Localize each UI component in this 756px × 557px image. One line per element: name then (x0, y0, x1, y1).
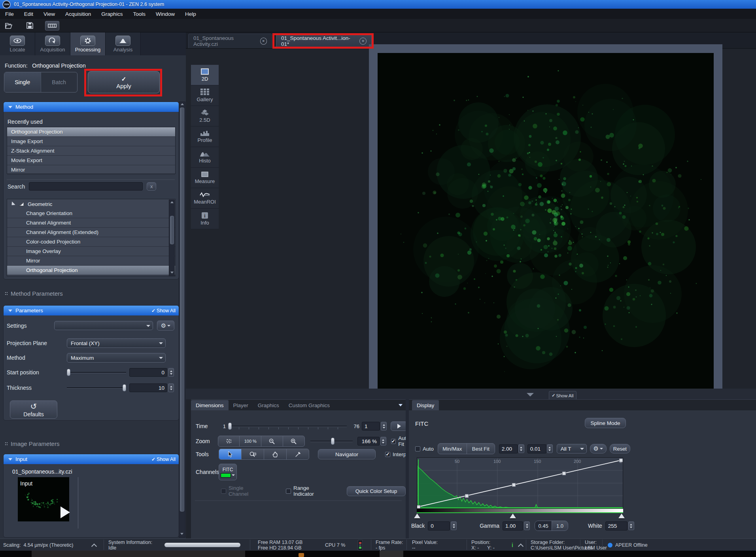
menu-graphics[interactable]: Graphics (96, 9, 128, 19)
search-input[interactable] (29, 182, 143, 191)
list-item[interactable]: Orthogonal Projection (7, 127, 175, 137)
document-tab-1[interactable]: 01_Spontaneous Activity.czi (188, 34, 272, 48)
black-input[interactable] (428, 521, 450, 531)
reset-button[interactable]: Reset (610, 444, 630, 453)
tab-locate[interactable]: Locate (0, 32, 35, 55)
settings-gear-button[interactable] (157, 321, 174, 330)
tree-item[interactable]: Channel Alignment (7, 218, 175, 228)
list-item[interactable]: Z-Stack Alignment (7, 146, 175, 156)
close-icon[interactable] (359, 38, 367, 45)
gamma-045-button[interactable]: 0.45 (535, 521, 552, 531)
gamma-spinner[interactable] (524, 521, 530, 530)
gamma-input[interactable] (503, 521, 523, 531)
start-position-input[interactable] (129, 368, 167, 377)
black-spinner[interactable] (451, 521, 457, 530)
tree-item[interactable]: Channel Alignment (Extended) (7, 228, 175, 237)
tree-scrollbar[interactable] (169, 200, 175, 276)
apeer-status[interactable]: APEER Offline (608, 539, 648, 551)
thickness-slider[interactable] (67, 384, 126, 392)
zoom-spinner[interactable] (380, 437, 386, 446)
close-icon[interactable] (260, 38, 267, 45)
panel-splitter[interactable] (406, 399, 409, 538)
min-max-button[interactable]: Min/Max (438, 444, 467, 454)
info-indicator[interactable]: i (512, 539, 513, 551)
view-measure-button[interactable]: Measure (191, 168, 219, 188)
zoom-fit-button[interactable] (218, 436, 240, 446)
projection-method-dropdown[interactable]: Maximum (67, 353, 166, 363)
fluorescence-image[interactable] (378, 53, 714, 389)
gamma-10-button[interactable]: 1.0 (552, 521, 568, 531)
thickness-spinner[interactable] (168, 383, 174, 392)
open-file-icon[interactable] (4, 21, 14, 30)
parameters-show-all[interactable]: Show All (151, 308, 176, 313)
gamma-marker[interactable] (510, 514, 516, 518)
menu-window[interactable]: Window (151, 9, 180, 19)
list-item[interactable]: Mirror (7, 165, 175, 175)
channel-fitc-chip[interactable]: FITC (219, 464, 237, 480)
menu-view[interactable]: View (38, 9, 60, 19)
black-marker[interactable] (414, 514, 420, 518)
auto-checkbox[interactable] (415, 446, 420, 451)
play-overlay-icon[interactable] (60, 506, 70, 518)
list-item[interactable]: Movie Export (7, 156, 175, 165)
display-gear-button[interactable] (590, 444, 607, 453)
apply-button[interactable]: Apply (88, 71, 160, 93)
clear-search-button[interactable]: x (147, 182, 156, 191)
thickness-input[interactable] (129, 383, 167, 392)
tree-group-geometric[interactable]: Geometric (7, 199, 175, 209)
spline-mode-button[interactable]: Spline Mode (585, 418, 626, 428)
panel-menu-icon[interactable] (399, 404, 403, 406)
tree-item[interactable]: Image Overlay (7, 247, 175, 256)
menu-acquisition[interactable]: Acquisition (60, 9, 96, 19)
cursor-tool-button[interactable] (219, 449, 242, 459)
display-show-all-button[interactable]: Show All (549, 391, 576, 400)
single-button[interactable]: Single (4, 72, 41, 92)
collapse-panel-icon[interactable] (527, 393, 534, 397)
projection-plane-dropdown[interactable]: Frontal (XY) (67, 338, 166, 348)
view-meanroi-button[interactable]: MeanROI (191, 188, 219, 209)
method-header[interactable]: Method (4, 102, 179, 112)
zoom-slider[interactable] (310, 437, 353, 445)
bestfit-high-spinner[interactable] (547, 444, 553, 453)
start-position-slider[interactable] (67, 368, 126, 376)
save-icon[interactable] (25, 21, 35, 30)
expander-icon[interactable] (10, 201, 15, 206)
view-25d-button[interactable]: 2.5D (191, 106, 219, 127)
time-play-button[interactable] (391, 421, 407, 431)
navigator-button[interactable]: Navigator (318, 449, 376, 459)
interpolation-checkbox[interactable] (385, 452, 390, 457)
curve-line[interactable] (418, 460, 621, 507)
document-tab-2[interactable]: 01_Spontaneous Activit...ion-01* (276, 34, 372, 48)
auto-fit-checkbox[interactable] (391, 439, 396, 444)
tree-item[interactable]: Color-coded Projection (7, 237, 175, 247)
defaults-button[interactable]: Defaults (10, 400, 57, 419)
input-header[interactable]: Input Show All (4, 454, 179, 464)
settings-dropdown[interactable] (54, 321, 153, 330)
pan-tool-button[interactable] (264, 449, 287, 459)
zoom-region-tool-button[interactable] (242, 449, 264, 459)
range-indicator-checkbox[interactable] (286, 489, 291, 494)
zoom-out-button[interactable] (261, 436, 283, 446)
batch-button[interactable]: Batch (41, 72, 77, 92)
tab-acquisition[interactable]: Acquisition (35, 32, 70, 55)
input-show-all[interactable]: Show All (151, 457, 176, 462)
tab-player[interactable]: Player (229, 400, 253, 410)
best-fit-button[interactable]: Best Fit (467, 444, 495, 454)
tab-dimensions[interactable]: Dimensions (191, 400, 229, 410)
tree-item-selected[interactable]: Orthogonal Projection (7, 266, 175, 275)
zoom-input[interactable] (357, 437, 380, 446)
film-strip-icon[interactable] (45, 21, 59, 30)
bestfit-low-input[interactable] (499, 444, 518, 453)
tab-processing[interactable]: Processing (70, 32, 106, 55)
white-spinner[interactable] (628, 521, 634, 530)
tree-item[interactable]: Change Orientation (7, 209, 175, 218)
white-marker[interactable] (618, 514, 625, 518)
tree-item[interactable]: Mirror (7, 256, 175, 266)
panel-scrollbar[interactable] (179, 102, 185, 538)
bestfit-high-input[interactable] (527, 444, 546, 453)
tab-custom-graphics[interactable]: Custom Graphics (284, 400, 335, 410)
menu-file[interactable]: File (0, 9, 19, 19)
tab-graphics[interactable]: Graphics (253, 400, 284, 410)
view-info-button[interactable]: i Info (191, 209, 219, 229)
time-input[interactable] (362, 422, 380, 430)
